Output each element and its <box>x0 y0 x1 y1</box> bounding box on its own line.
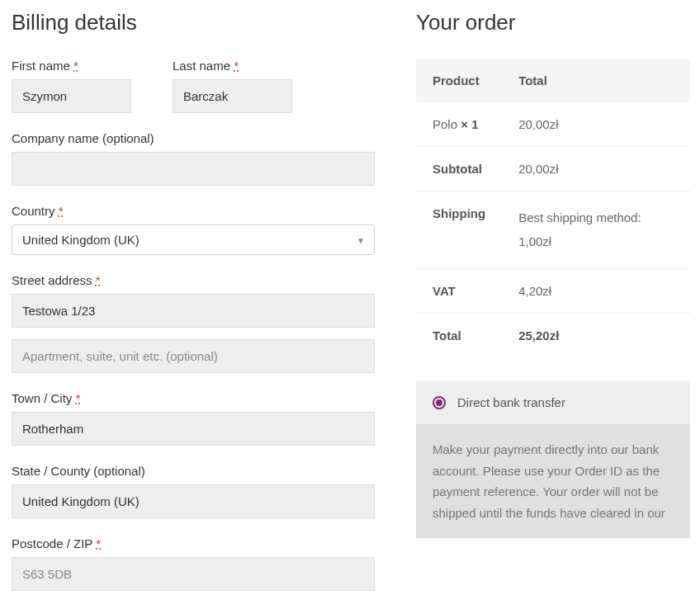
order-summary-table: Product Total Polo × 1 20,00zł Subtotal … <box>416 59 690 357</box>
total-value: 25,20zł <box>502 314 690 358</box>
first-name-input[interactable] <box>12 79 131 113</box>
th-product: Product <box>416 59 502 102</box>
apartment-input[interactable] <box>12 339 375 373</box>
subtotal-label: Subtotal <box>416 147 502 191</box>
vat-value: 4,20zł <box>502 269 690 314</box>
th-total: Total <box>502 59 690 102</box>
postcode-input[interactable] <box>12 557 375 591</box>
vat-label: VAT <box>416 269 502 314</box>
city-input[interactable] <box>12 412 375 446</box>
order-item-row: Polo × 1 20,00zł <box>416 102 690 147</box>
total-row: Total 25,20zł <box>416 314 690 358</box>
last-name-input[interactable] <box>173 79 292 113</box>
state-input[interactable] <box>12 484 375 518</box>
vat-row: VAT 4,20zł <box>416 269 690 314</box>
payment-methods: Direct bank transfer Make your payment d… <box>416 380 690 538</box>
radio-icon <box>433 396 446 409</box>
country-label: Country * <box>12 204 375 218</box>
street-label: Street address * <box>12 273 375 287</box>
first-name-label: First name * <box>12 59 131 73</box>
order-heading: Your order <box>416 10 690 35</box>
subtotal-value: 20,00zł <box>502 147 690 191</box>
payment-option-label: Direct bank transfer <box>457 395 565 409</box>
item-name-cell: Polo × 1 <box>416 102 502 147</box>
postcode-label: Postcode / ZIP * <box>12 536 375 550</box>
billing-section: Billing details First name * Last name *… <box>12 10 375 591</box>
payment-description: Make your payment directly into our bank… <box>416 424 690 538</box>
street-input[interactable] <box>12 294 375 328</box>
shipping-value: Best shipping method: 1,00zł <box>502 191 690 269</box>
last-name-label: Last name * <box>173 59 292 73</box>
order-section: Your order Product Total Polo × 1 20,00z… <box>416 10 690 591</box>
state-label: State / County (optional) <box>12 464 375 478</box>
city-label: Town / City * <box>12 391 375 405</box>
subtotal-row: Subtotal 20,00zł <box>416 147 690 191</box>
company-label: Company name (optional) <box>12 131 375 145</box>
item-total-cell: 20,00zł <box>502 102 690 147</box>
total-label: Total <box>416 314 502 358</box>
payment-option-bank-transfer[interactable]: Direct bank transfer <box>416 380 690 424</box>
shipping-row: Shipping Best shipping method: 1,00zł <box>416 191 690 269</box>
billing-heading: Billing details <box>12 10 375 35</box>
item-qty: × 1 <box>461 117 478 131</box>
shipping-label: Shipping <box>416 191 502 269</box>
company-input[interactable] <box>12 152 375 186</box>
country-select[interactable] <box>12 224 375 255</box>
